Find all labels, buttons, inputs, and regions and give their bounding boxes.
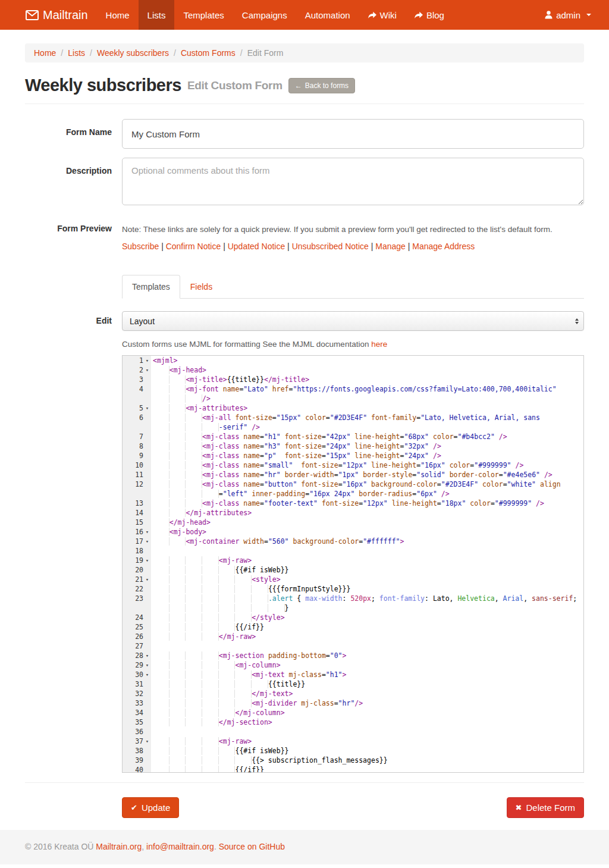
code-line: 22 {{{formInputStyle}}}: [123, 584, 583, 594]
nav-item-templates[interactable]: Templates: [174, 0, 233, 30]
title-divider: [25, 104, 584, 104]
code-line: 7 <mj-class name="h1" font-size="42px" l…: [123, 432, 583, 441]
code-line: 2▾ <mj-head>: [123, 365, 583, 375]
nav-item-home[interactable]: Home: [97, 0, 139, 30]
footer-text: © 2016 Kreata OÜ Mailtrain.org, info@mai…: [25, 842, 584, 851]
code-editor-rows: 1▾<mjml>2▾ <mj-head>3 <mj-title>{{title}…: [123, 356, 583, 773]
tab-templates[interactable]: Templates: [122, 275, 180, 299]
preview-link-manage[interactable]: Manage: [375, 242, 406, 251]
breadcrumb-item-lists[interactable]: Lists: [68, 48, 85, 58]
check-icon: ✔: [131, 803, 137, 812]
code-line: ="left" inner-padding="16px 24px" border…: [123, 489, 583, 499]
code-line: 40 {{/if}}: [123, 765, 583, 773]
delete-form-button[interactable]: ✖ Delete Form: [507, 797, 584, 818]
code-line: 29▾ <mj-column>: [123, 660, 583, 670]
code-line: 24 </style>: [123, 613, 583, 622]
code-line: 34 </mj-column>: [123, 708, 583, 717]
code-line: 17▾ <mj-container width="560" background…: [123, 537, 583, 546]
code-line: 39 {{> subscription_flash_messages}}: [123, 756, 583, 765]
selected-option: Layout: [130, 317, 155, 326]
code-line: 25 {{/if}}: [123, 622, 583, 632]
code-line: 16▾ <mj-body>: [123, 527, 583, 537]
preview-link-manage-address[interactable]: Manage Address: [412, 242, 475, 251]
share-icon: [415, 11, 423, 19]
nav-item-campaigns[interactable]: Campaigns: [233, 0, 296, 30]
code-line: 28▾ <mj-section padding-bottom="0">: [123, 651, 583, 660]
description-label: Description: [25, 158, 122, 208]
envelope-icon: [26, 10, 39, 20]
preview-links: Subscribe | Confirm Notice | Updated Not…: [122, 242, 584, 251]
code-line: 21▾ <style>: [123, 575, 583, 584]
preview-link-subscribe[interactable]: Subscribe: [122, 242, 159, 251]
footer-link-info-mailtrain-org[interactable]: info@mailtrain.org: [146, 842, 214, 851]
mjml-doc-link[interactable]: here: [371, 340, 387, 349]
back-to-forms-button[interactable]: ← Back to forms: [288, 78, 355, 93]
update-button[interactable]: ✔ Update: [122, 797, 179, 818]
user-menu[interactable]: admin: [536, 0, 600, 30]
tab-bar: TemplatesFields: [122, 275, 584, 299]
form-name-input[interactable]: [122, 119, 584, 149]
brand-name: Mailtrain: [43, 8, 88, 22]
mjml-note: Custom forms use MJML for formatting See…: [122, 340, 584, 349]
code-line: />: [123, 394, 583, 403]
page-title: Weekly subscribers: [25, 76, 181, 95]
code-line: 10 <mj-class name="small" font-size="12p…: [123, 460, 583, 470]
share-icon: [368, 11, 376, 19]
code-line: 20 {{#if isWeb}}: [123, 565, 583, 575]
page-footer: © 2016 Kreata OÜ Mailtrain.org, info@mai…: [0, 830, 609, 864]
footer-link-source-on-github[interactable]: Source on GitHub: [219, 842, 285, 851]
breadcrumb-item-home[interactable]: Home: [34, 48, 56, 58]
breadcrumb: Home/Lists/Weekly subscribers/Custom For…: [25, 43, 584, 62]
breadcrumb-item-custom-forms[interactable]: Custom Forms: [181, 48, 236, 58]
footer-link-mailtrain-org[interactable]: Mailtrain.org: [96, 842, 142, 851]
code-line: 30▾ <mj-text mj-class="h1">: [123, 670, 583, 679]
breadcrumb-item-weekly-subscribers[interactable]: Weekly subscribers: [97, 48, 169, 58]
code-line: 38 {{#if isWeb}}: [123, 746, 583, 756]
code-line: 18: [123, 546, 583, 556]
code-line: 37▾ <mj-raw>: [123, 737, 583, 746]
code-line: -serif" />: [123, 422, 583, 432]
code-line: 3 <mj-title>{{title}}</mj-title>: [123, 375, 583, 384]
code-line: 13 <mj-class name="footer-text" font-siz…: [123, 499, 583, 508]
nav-item-wiki[interactable]: Wiki: [359, 0, 406, 30]
tab-fields[interactable]: Fields: [180, 275, 222, 299]
code-line: 19▾ <mj-raw>: [123, 556, 583, 565]
code-line: 23 .alert { max-width: 520px; font-famil…: [123, 594, 583, 603]
nav-item-blog[interactable]: Blog: [406, 0, 453, 30]
preview-note: Note: These links are solely for a quick…: [122, 224, 584, 234]
code-editor[interactable]: 1▾<mjml>2▾ <mj-head>3 <mj-title>{{title}…: [122, 355, 584, 773]
code-line: }: [123, 603, 583, 613]
top-navbar: Mailtrain HomeListsTemplatesCampaignsAut…: [0, 0, 609, 30]
code-line: 35 </mj-section>: [123, 717, 583, 727]
form-name-label: Form Name: [25, 119, 122, 149]
preview-link-unsubscribed-notice[interactable]: Unsubscribed Notice: [292, 242, 369, 251]
arrow-left-icon: ←: [295, 82, 302, 90]
code-line: 1▾<mjml>: [123, 356, 583, 365]
code-line: 6 <mj-all font-size="15px" color="#2D3E4…: [123, 413, 583, 422]
code-line: 9 <mj-class name="p" font-size="15px" li…: [123, 451, 583, 460]
mailtrain-logo[interactable]: Mailtrain: [9, 0, 97, 30]
breadcrumb-item-edit-form: Edit Form: [247, 48, 284, 58]
preview-link-confirm-notice[interactable]: Confirm Notice: [166, 242, 221, 251]
code-line: 5▾ <mj-attributes>: [123, 403, 583, 413]
code-line: 14 </mj-attributes>: [123, 508, 583, 518]
code-line: 11 <mj-class name="hr" border-width="1px…: [123, 470, 583, 480]
nav-item-lists[interactable]: Lists: [139, 0, 175, 30]
select-arrows-icon: [575, 318, 579, 324]
x-icon: ✖: [516, 803, 522, 812]
edit-template-select[interactable]: Layout: [122, 311, 584, 331]
edit-label: Edit: [25, 311, 122, 325]
code-line: 26 </mj-raw>: [123, 632, 583, 641]
page-subtitle: Edit Custom Form: [187, 79, 282, 92]
user-name: admin: [556, 10, 580, 20]
code-line: 15 </mj-head>: [123, 518, 583, 527]
code-line: 36: [123, 727, 583, 737]
code-line: 12 <mj-class name="button" font-size="16…: [123, 480, 583, 489]
nav-item-automation[interactable]: Automation: [296, 0, 359, 30]
description-textarea[interactable]: [122, 158, 584, 205]
code-line: 32 </mj-text>: [123, 689, 583, 698]
code-line: 31 {{title}}: [123, 679, 583, 689]
code-line: 8 <mj-class name="h3" font-size="24px" l…: [123, 441, 583, 451]
preview-link-updated-notice[interactable]: Updated Notice: [228, 242, 285, 251]
code-line: 33 <mj-divider mj-class="hr"/>: [123, 698, 583, 708]
